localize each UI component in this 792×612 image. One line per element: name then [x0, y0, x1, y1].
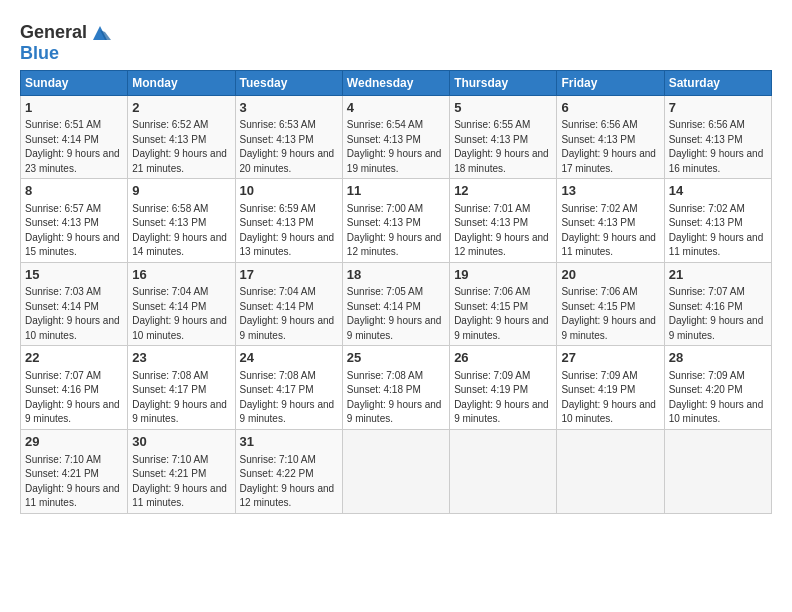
calendar-cell: 6Sunrise: 6:56 AMSunset: 4:13 PMDaylight… [557, 95, 664, 179]
day-detail: Sunrise: 7:09 AMSunset: 4:19 PMDaylight:… [454, 370, 549, 425]
day-detail: Sunrise: 7:06 AMSunset: 4:15 PMDaylight:… [454, 286, 549, 341]
day-number: 12 [454, 182, 552, 200]
calendar-cell: 7Sunrise: 6:56 AMSunset: 4:13 PMDaylight… [664, 95, 771, 179]
calendar-cell: 12Sunrise: 7:01 AMSunset: 4:13 PMDayligh… [450, 179, 557, 263]
day-detail: Sunrise: 6:56 AMSunset: 4:13 PMDaylight:… [561, 119, 656, 174]
day-detail: Sunrise: 6:53 AMSunset: 4:13 PMDaylight:… [240, 119, 335, 174]
day-number: 18 [347, 266, 445, 284]
day-detail: Sunrise: 6:59 AMSunset: 4:13 PMDaylight:… [240, 203, 335, 258]
day-detail: Sunrise: 7:10 AMSunset: 4:22 PMDaylight:… [240, 454, 335, 509]
day-detail: Sunrise: 7:09 AMSunset: 4:20 PMDaylight:… [669, 370, 764, 425]
day-detail: Sunrise: 6:54 AMSunset: 4:13 PMDaylight:… [347, 119, 442, 174]
day-number: 14 [669, 182, 767, 200]
day-detail: Sunrise: 7:09 AMSunset: 4:19 PMDaylight:… [561, 370, 656, 425]
day-number: 9 [132, 182, 230, 200]
day-detail: Sunrise: 7:04 AMSunset: 4:14 PMDaylight:… [132, 286, 227, 341]
day-detail: Sunrise: 7:07 AMSunset: 4:16 PMDaylight:… [669, 286, 764, 341]
weekday-header-tuesday: Tuesday [235, 70, 342, 95]
day-detail: Sunrise: 6:51 AMSunset: 4:14 PMDaylight:… [25, 119, 120, 174]
day-number: 26 [454, 349, 552, 367]
day-number: 10 [240, 182, 338, 200]
calendar-table: SundayMondayTuesdayWednesdayThursdayFrid… [20, 70, 772, 514]
calendar-cell: 30Sunrise: 7:10 AMSunset: 4:21 PMDayligh… [128, 429, 235, 513]
logo: General Blue [20, 22, 111, 64]
day-number: 21 [669, 266, 767, 284]
calendar-cell: 22Sunrise: 7:07 AMSunset: 4:16 PMDayligh… [21, 346, 128, 430]
calendar-cell: 5Sunrise: 6:55 AMSunset: 4:13 PMDaylight… [450, 95, 557, 179]
calendar-cell: 31Sunrise: 7:10 AMSunset: 4:22 PMDayligh… [235, 429, 342, 513]
calendar-cell: 11Sunrise: 7:00 AMSunset: 4:13 PMDayligh… [342, 179, 449, 263]
day-number: 29 [25, 433, 123, 451]
logo-icon [89, 22, 111, 44]
day-detail: Sunrise: 7:03 AMSunset: 4:14 PMDaylight:… [25, 286, 120, 341]
calendar-cell: 13Sunrise: 7:02 AMSunset: 4:13 PMDayligh… [557, 179, 664, 263]
day-number: 24 [240, 349, 338, 367]
calendar-cell [450, 429, 557, 513]
calendar-cell: 9Sunrise: 6:58 AMSunset: 4:13 PMDaylight… [128, 179, 235, 263]
day-number: 5 [454, 99, 552, 117]
calendar-cell: 4Sunrise: 6:54 AMSunset: 4:13 PMDaylight… [342, 95, 449, 179]
day-number: 30 [132, 433, 230, 451]
calendar-cell [664, 429, 771, 513]
day-number: 11 [347, 182, 445, 200]
day-number: 28 [669, 349, 767, 367]
day-detail: Sunrise: 7:08 AMSunset: 4:18 PMDaylight:… [347, 370, 442, 425]
weekday-header-thursday: Thursday [450, 70, 557, 95]
day-number: 27 [561, 349, 659, 367]
day-detail: Sunrise: 7:02 AMSunset: 4:13 PMDaylight:… [561, 203, 656, 258]
day-number: 8 [25, 182, 123, 200]
calendar-week-1: 1Sunrise: 6:51 AMSunset: 4:14 PMDaylight… [21, 95, 772, 179]
calendar-week-5: 29Sunrise: 7:10 AMSunset: 4:21 PMDayligh… [21, 429, 772, 513]
day-number: 23 [132, 349, 230, 367]
calendar-cell: 3Sunrise: 6:53 AMSunset: 4:13 PMDaylight… [235, 95, 342, 179]
calendar-cell: 25Sunrise: 7:08 AMSunset: 4:18 PMDayligh… [342, 346, 449, 430]
calendar-cell: 27Sunrise: 7:09 AMSunset: 4:19 PMDayligh… [557, 346, 664, 430]
day-detail: Sunrise: 6:52 AMSunset: 4:13 PMDaylight:… [132, 119, 227, 174]
day-detail: Sunrise: 7:01 AMSunset: 4:13 PMDaylight:… [454, 203, 549, 258]
day-number: 22 [25, 349, 123, 367]
day-detail: Sunrise: 7:05 AMSunset: 4:14 PMDaylight:… [347, 286, 442, 341]
day-number: 7 [669, 99, 767, 117]
day-number: 1 [25, 99, 123, 117]
day-detail: Sunrise: 6:56 AMSunset: 4:13 PMDaylight:… [669, 119, 764, 174]
day-number: 4 [347, 99, 445, 117]
day-detail: Sunrise: 6:57 AMSunset: 4:13 PMDaylight:… [25, 203, 120, 258]
calendar-cell [557, 429, 664, 513]
calendar-week-2: 8Sunrise: 6:57 AMSunset: 4:13 PMDaylight… [21, 179, 772, 263]
calendar-cell: 29Sunrise: 7:10 AMSunset: 4:21 PMDayligh… [21, 429, 128, 513]
calendar-week-3: 15Sunrise: 7:03 AMSunset: 4:14 PMDayligh… [21, 262, 772, 346]
weekday-header-saturday: Saturday [664, 70, 771, 95]
calendar-cell: 8Sunrise: 6:57 AMSunset: 4:13 PMDaylight… [21, 179, 128, 263]
day-number: 20 [561, 266, 659, 284]
day-detail: Sunrise: 7:02 AMSunset: 4:13 PMDaylight:… [669, 203, 764, 258]
calendar-cell: 19Sunrise: 7:06 AMSunset: 4:15 PMDayligh… [450, 262, 557, 346]
calendar-cell: 15Sunrise: 7:03 AMSunset: 4:14 PMDayligh… [21, 262, 128, 346]
day-number: 3 [240, 99, 338, 117]
calendar-week-4: 22Sunrise: 7:07 AMSunset: 4:16 PMDayligh… [21, 346, 772, 430]
calendar-cell: 20Sunrise: 7:06 AMSunset: 4:15 PMDayligh… [557, 262, 664, 346]
weekday-header-sunday: Sunday [21, 70, 128, 95]
calendar-cell: 26Sunrise: 7:09 AMSunset: 4:19 PMDayligh… [450, 346, 557, 430]
day-detail: Sunrise: 7:00 AMSunset: 4:13 PMDaylight:… [347, 203, 442, 258]
day-detail: Sunrise: 7:10 AMSunset: 4:21 PMDaylight:… [132, 454, 227, 509]
logo-general: General [20, 23, 87, 43]
day-number: 19 [454, 266, 552, 284]
day-number: 6 [561, 99, 659, 117]
day-number: 15 [25, 266, 123, 284]
day-detail: Sunrise: 6:55 AMSunset: 4:13 PMDaylight:… [454, 119, 549, 174]
logo-blue: Blue [20, 43, 59, 63]
day-detail: Sunrise: 7:10 AMSunset: 4:21 PMDaylight:… [25, 454, 120, 509]
calendar-cell: 18Sunrise: 7:05 AMSunset: 4:14 PMDayligh… [342, 262, 449, 346]
weekday-header-monday: Monday [128, 70, 235, 95]
calendar-cell: 16Sunrise: 7:04 AMSunset: 4:14 PMDayligh… [128, 262, 235, 346]
calendar-cell: 2Sunrise: 6:52 AMSunset: 4:13 PMDaylight… [128, 95, 235, 179]
calendar-cell: 23Sunrise: 7:08 AMSunset: 4:17 PMDayligh… [128, 346, 235, 430]
day-detail: Sunrise: 7:08 AMSunset: 4:17 PMDaylight:… [240, 370, 335, 425]
day-detail: Sunrise: 7:07 AMSunset: 4:16 PMDaylight:… [25, 370, 120, 425]
calendar-cell: 10Sunrise: 6:59 AMSunset: 4:13 PMDayligh… [235, 179, 342, 263]
day-detail: Sunrise: 6:58 AMSunset: 4:13 PMDaylight:… [132, 203, 227, 258]
calendar-cell: 1Sunrise: 6:51 AMSunset: 4:14 PMDaylight… [21, 95, 128, 179]
day-number: 2 [132, 99, 230, 117]
day-number: 17 [240, 266, 338, 284]
calendar-cell: 28Sunrise: 7:09 AMSunset: 4:20 PMDayligh… [664, 346, 771, 430]
